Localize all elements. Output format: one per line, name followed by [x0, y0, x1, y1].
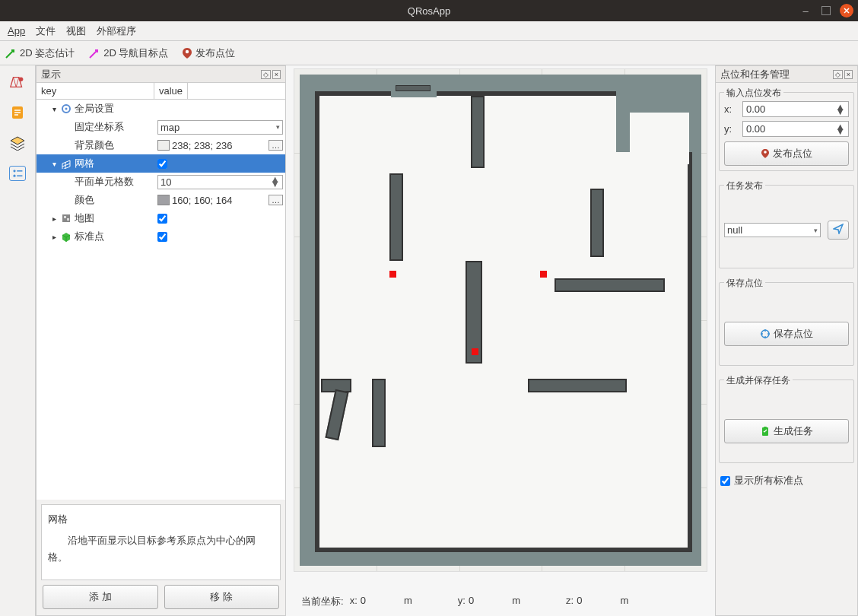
tool-pose-estimate[interactable]: 2D 姿态估计: [5, 46, 75, 60]
waypoint-marker[interactable]: [389, 271, 396, 278]
grid-check[interactable]: [157, 159, 167, 169]
svg-point-5: [13, 175, 15, 177]
tool-bar: 2D 姿态估计 2D 导航目标点 发布点位: [0, 41, 858, 65]
svg-point-12: [764, 151, 767, 154]
arrow-pink-icon: [88, 47, 100, 59]
pin-icon: [182, 47, 192, 59]
caret-down-icon[interactable]: ▾: [50, 105, 58, 113]
tree-map-label: 地图: [75, 211, 94, 225]
svg-rect-4: [17, 170, 22, 172]
menu-app[interactable]: App: [8, 25, 25, 37]
send-task-button[interactable]: [828, 221, 849, 240]
grid-icon: [61, 158, 72, 169]
options-icon[interactable]: [9, 166, 26, 181]
input-x[interactable]: 0.00▲▼: [742, 101, 849, 117]
tree-grid-row[interactable]: ▾ 网格: [37, 154, 285, 173]
remove-button[interactable]: 移 除: [164, 585, 280, 609]
map-pin-icon[interactable]: [9, 75, 26, 90]
menu-ext[interactable]: 外部程序: [97, 24, 136, 38]
grid-color-swatch[interactable]: [157, 195, 170, 205]
show-all-points-check[interactable]: [720, 476, 730, 486]
close-icon[interactable]: [840, 4, 853, 17]
caret-right-icon[interactable]: ▸: [50, 214, 58, 223]
undock-icon[interactable]: ◇: [833, 70, 843, 79]
description-box: 网格 沿地平面显示以目标参考系原点为中心的网格。: [41, 504, 281, 580]
input-y[interactable]: 0.00▲▼: [742, 121, 849, 137]
waypoint-marker[interactable]: [472, 348, 478, 355]
group-save-point: 保存点位: [724, 277, 765, 290]
tree-cells-label: 平面单元格数: [75, 175, 134, 189]
gear-icon: [61, 103, 72, 114]
group-task-publish: 任务发布: [724, 179, 765, 192]
waypoint-marker[interactable]: [540, 271, 547, 278]
group-gen-task: 生成并保存任务: [724, 374, 793, 387]
frame-combo[interactable]: map▾: [157, 120, 283, 135]
target-icon: [760, 329, 771, 339]
svg-point-1: [19, 78, 24, 82]
svg-rect-11: [67, 218, 69, 221]
task-panel: 点位和任务管理 ◇× 输入点位发布 x: 0.00▲▼ y: 0.00▲▼ 发布…: [715, 65, 858, 616]
task-panel-title: 点位和任务管理: [720, 68, 790, 81]
svg-rect-6: [17, 175, 22, 176]
minimize-icon[interactable]: –: [799, 4, 812, 17]
std-check[interactable]: [157, 232, 167, 242]
menu-bar: App 文件 视图 外部程序: [0, 21, 858, 41]
tree-grid-label: 网格: [75, 157, 94, 170]
note-icon[interactable]: [9, 105, 26, 120]
show-all-points-label: 显示所有标准点: [734, 474, 803, 487]
caret-down-icon[interactable]: ▾: [50, 160, 58, 168]
generate-task-button[interactable]: 生成任务: [724, 419, 849, 443]
menu-view[interactable]: 视图: [66, 24, 86, 38]
svg-point-0: [186, 49, 189, 52]
caret-right-icon[interactable]: ▸: [50, 233, 58, 241]
close-panel-icon[interactable]: ×: [844, 70, 853, 79]
property-tree[interactable]: ▾ 全局设置 固定坐标系 map▾ 背景颜色 238; 238; 236… ▾ …: [37, 100, 285, 500]
gridcolor-picker-button[interactable]: …: [269, 195, 283, 205]
tool-nav-goal[interactable]: 2D 导航目标点: [88, 46, 168, 60]
map-check[interactable]: [157, 214, 167, 224]
cells-spinner[interactable]: 10▲▼: [157, 175, 283, 189]
tree-frame-label: 固定坐标系: [75, 120, 124, 134]
svg-point-8: [65, 108, 68, 110]
col-key[interactable]: key: [37, 83, 154, 99]
maximize-icon[interactable]: [821, 6, 831, 15]
tree-global-label: 全局设置: [75, 102, 114, 116]
group-input-publish: 输入点位发布: [724, 87, 783, 100]
add-button[interactable]: 添 加: [43, 585, 158, 609]
tree-gridcolor-label: 颜色: [75, 193, 94, 207]
undock-icon[interactable]: ◇: [261, 70, 271, 79]
bg-color-swatch[interactable]: [157, 140, 170, 151]
close-panel-icon[interactable]: ×: [272, 70, 281, 79]
tree-bg-label: 背景颜色: [75, 138, 114, 152]
display-panel-title: 显示: [41, 68, 61, 81]
publish-point-button[interactable]: 发布点位: [724, 141, 849, 166]
arrow-green-icon: [5, 47, 17, 59]
bg-picker-button[interactable]: …: [269, 140, 283, 151]
tree-header: key value: [37, 83, 285, 100]
map-viewport[interactable]: 当前坐标: x:0 m y:0 m z:0 m: [286, 65, 715, 616]
save-point-button[interactable]: 保存点位: [724, 322, 849, 346]
send-icon: [833, 224, 844, 234]
display-panel: 显示 ◇× key value ▾ 全局设置 固定坐标系 map▾ 背景颜色 2…: [36, 65, 286, 616]
svg-point-3: [13, 170, 15, 172]
left-icon-bar: [0, 65, 36, 616]
window-title: QRosApp: [408, 5, 450, 17]
menu-file[interactable]: 文件: [36, 24, 56, 38]
map-icon: [61, 213, 72, 224]
layers-icon[interactable]: [9, 135, 26, 151]
map-floor: [300, 75, 701, 566]
cube-icon: [61, 231, 72, 242]
task-select[interactable]: null▾: [724, 223, 821, 237]
title-bar: QRosApp –: [0, 0, 858, 21]
tree-std-label: 标准点: [75, 230, 104, 243]
svg-rect-10: [64, 216, 66, 218]
clipboard-icon: [760, 426, 771, 437]
tool-publish-point[interactable]: 发布点位: [182, 46, 235, 60]
col-value[interactable]: value: [154, 83, 188, 99]
coord-status: 当前坐标: x:0 m y:0 m z:0 m: [301, 595, 700, 608]
pin-icon: [761, 148, 770, 159]
svg-rect-15: [764, 427, 767, 429]
